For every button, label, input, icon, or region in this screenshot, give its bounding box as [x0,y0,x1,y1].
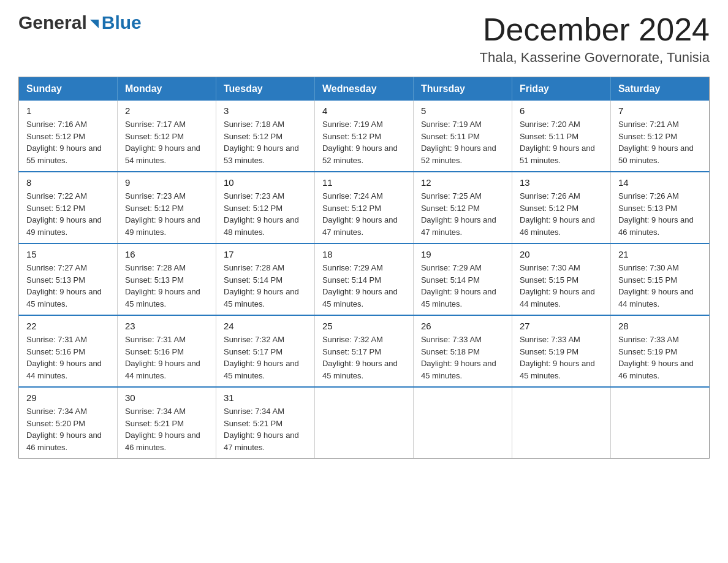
day-number: 20 [520,249,603,259]
calendar-day-header: Monday [117,77,216,101]
day-number: 30 [125,393,208,403]
day-number: 17 [224,249,307,259]
day-number: 24 [224,321,307,331]
day-number: 25 [322,321,406,331]
calendar-cell: 1 Sunrise: 7:16 AMSunset: 5:12 PMDayligh… [19,101,118,172]
calendar-day-header: Sunday [19,77,118,101]
calendar-cell [413,387,512,459]
day-info: Sunrise: 7:28 AMSunset: 5:14 PMDaylight:… [224,262,307,310]
day-number: 15 [26,249,110,259]
logo: General Blue [18,12,142,33]
calendar-cell [314,387,413,459]
day-number: 1 [26,105,110,116]
day-number: 10 [224,177,307,188]
calendar-week-row: 1 Sunrise: 7:16 AMSunset: 5:12 PMDayligh… [19,101,710,172]
day-number: 14 [618,177,702,188]
day-number: 29 [26,393,110,403]
day-info: Sunrise: 7:18 AMSunset: 5:12 PMDaylight:… [224,118,307,166]
day-number: 22 [26,321,110,331]
day-info: Sunrise: 7:25 AMSunset: 5:12 PMDaylight:… [421,190,504,238]
day-info: Sunrise: 7:34 AMSunset: 5:21 PMDaylight:… [224,405,307,453]
calendar-week-row: 29 Sunrise: 7:34 AMSunset: 5:20 PMDaylig… [19,387,710,459]
day-number: 13 [520,177,603,188]
calendar-cell: 19 Sunrise: 7:29 AMSunset: 5:14 PMDaylig… [413,243,512,315]
day-info: Sunrise: 7:34 AMSunset: 5:21 PMDaylight:… [125,405,208,453]
calendar-cell: 6 Sunrise: 7:20 AMSunset: 5:11 PMDayligh… [512,101,610,172]
day-number: 23 [125,321,208,331]
day-info: Sunrise: 7:33 AMSunset: 5:18 PMDaylight:… [421,334,504,381]
day-number: 9 [125,177,208,188]
calendar-cell: 4 Sunrise: 7:19 AMSunset: 5:12 PMDayligh… [314,101,413,172]
calendar-cell: 23 Sunrise: 7:31 AMSunset: 5:16 PMDaylig… [117,315,216,387]
calendar-cell: 20 Sunrise: 7:30 AMSunset: 5:15 PMDaylig… [512,243,610,315]
calendar-cell: 3 Sunrise: 7:18 AMSunset: 5:12 PMDayligh… [216,101,314,172]
day-info: Sunrise: 7:29 AMSunset: 5:14 PMDaylight:… [322,262,406,310]
day-number: 27 [520,321,603,331]
calendar-week-row: 15 Sunrise: 7:27 AMSunset: 5:13 PMDaylig… [19,243,710,315]
calendar-table: SundayMondayTuesdayWednesdayThursdayFrid… [18,77,710,459]
day-number: 6 [520,105,603,116]
calendar-cell: 7 Sunrise: 7:21 AMSunset: 5:12 PMDayligh… [610,101,709,172]
day-info: Sunrise: 7:24 AMSunset: 5:12 PMDaylight:… [322,190,406,238]
day-info: Sunrise: 7:33 AMSunset: 5:19 PMDaylight:… [520,334,603,381]
calendar-cell: 17 Sunrise: 7:28 AMSunset: 5:14 PMDaylig… [216,243,314,315]
calendar-cell: 16 Sunrise: 7:28 AMSunset: 5:13 PMDaylig… [117,243,216,315]
calendar-cell: 28 Sunrise: 7:33 AMSunset: 5:19 PMDaylig… [610,315,709,387]
day-info: Sunrise: 7:22 AMSunset: 5:12 PMDaylight:… [26,190,110,238]
calendar-cell: 8 Sunrise: 7:22 AMSunset: 5:12 PMDayligh… [19,172,118,243]
day-info: Sunrise: 7:28 AMSunset: 5:13 PMDaylight:… [125,262,208,310]
calendar-day-header: Thursday [413,77,512,101]
day-info: Sunrise: 7:30 AMSunset: 5:15 PMDaylight:… [618,262,702,310]
svg-marker-0 [90,20,99,28]
calendar-day-header: Friday [512,77,610,101]
calendar-cell: 14 Sunrise: 7:26 AMSunset: 5:13 PMDaylig… [610,172,709,243]
day-info: Sunrise: 7:20 AMSunset: 5:11 PMDaylight:… [520,118,603,166]
calendar-cell: 12 Sunrise: 7:25 AMSunset: 5:12 PMDaylig… [413,172,512,243]
day-info: Sunrise: 7:23 AMSunset: 5:12 PMDaylight:… [125,190,208,238]
calendar-cell: 27 Sunrise: 7:33 AMSunset: 5:19 PMDaylig… [512,315,610,387]
calendar-day-header: Tuesday [216,77,314,101]
day-info: Sunrise: 7:29 AMSunset: 5:14 PMDaylight:… [421,262,504,310]
calendar-header-row: SundayMondayTuesdayWednesdayThursdayFrid… [19,77,710,101]
calendar-cell: 2 Sunrise: 7:17 AMSunset: 5:12 PMDayligh… [117,101,216,172]
calendar-cell [512,387,610,459]
day-info: Sunrise: 7:19 AMSunset: 5:11 PMDaylight:… [421,118,504,166]
day-number: 2 [125,105,208,116]
day-number: 19 [421,249,504,259]
calendar-cell: 29 Sunrise: 7:34 AMSunset: 5:20 PMDaylig… [19,387,118,459]
location-title: Thala, Kasserine Governorate, Tunisia [480,50,710,66]
day-number: 8 [26,177,110,188]
day-info: Sunrise: 7:23 AMSunset: 5:12 PMDaylight:… [224,190,307,238]
calendar-week-row: 8 Sunrise: 7:22 AMSunset: 5:12 PMDayligh… [19,172,710,243]
title-area: December 2024 Thala, Kasserine Governora… [480,12,710,66]
day-info: Sunrise: 7:17 AMSunset: 5:12 PMDaylight:… [125,118,208,166]
calendar-day-header: Wednesday [314,77,413,101]
calendar-cell: 15 Sunrise: 7:27 AMSunset: 5:13 PMDaylig… [19,243,118,315]
day-number: 26 [421,321,504,331]
day-number: 21 [618,249,702,259]
calendar-cell: 30 Sunrise: 7:34 AMSunset: 5:21 PMDaylig… [117,387,216,459]
calendar-cell: 31 Sunrise: 7:34 AMSunset: 5:21 PMDaylig… [216,387,314,459]
day-number: 4 [322,105,406,116]
day-number: 7 [618,105,702,116]
logo-blue-text: Blue [102,12,142,33]
calendar-cell: 25 Sunrise: 7:32 AMSunset: 5:17 PMDaylig… [314,315,413,387]
day-number: 5 [421,105,504,116]
header: General Blue December 2024 Thala, Kasser… [18,12,710,66]
day-info: Sunrise: 7:26 AMSunset: 5:12 PMDaylight:… [520,190,603,238]
day-number: 16 [125,249,208,259]
day-info: Sunrise: 7:21 AMSunset: 5:12 PMDaylight:… [618,118,702,166]
month-title: December 2024 [480,12,710,47]
logo-general-text: General [18,12,87,33]
day-number: 3 [224,105,307,116]
calendar-cell: 18 Sunrise: 7:29 AMSunset: 5:14 PMDaylig… [314,243,413,315]
calendar-cell: 24 Sunrise: 7:32 AMSunset: 5:17 PMDaylig… [216,315,314,387]
day-info: Sunrise: 7:26 AMSunset: 5:13 PMDaylight:… [618,190,702,238]
calendar-cell: 13 Sunrise: 7:26 AMSunset: 5:12 PMDaylig… [512,172,610,243]
day-info: Sunrise: 7:16 AMSunset: 5:12 PMDaylight:… [26,118,110,166]
calendar-cell: 21 Sunrise: 7:30 AMSunset: 5:15 PMDaylig… [610,243,709,315]
day-info: Sunrise: 7:32 AMSunset: 5:17 PMDaylight:… [322,334,406,381]
calendar-week-row: 22 Sunrise: 7:31 AMSunset: 5:16 PMDaylig… [19,315,710,387]
day-info: Sunrise: 7:34 AMSunset: 5:20 PMDaylight:… [26,405,110,453]
calendar-cell: 22 Sunrise: 7:31 AMSunset: 5:16 PMDaylig… [19,315,118,387]
